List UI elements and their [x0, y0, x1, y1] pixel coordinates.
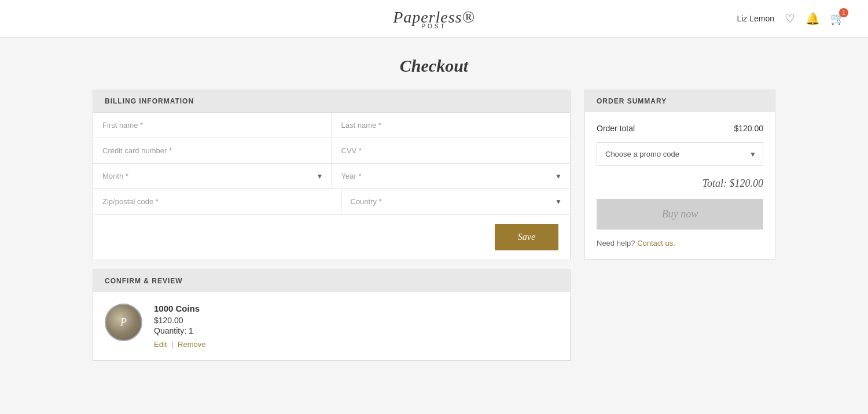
zip-input[interactable]: [93, 189, 341, 214]
month-select[interactable]: Month * 01 - January 02 - February 03 - …: [93, 164, 332, 188]
remove-link[interactable]: Remove: [178, 340, 205, 349]
save-row: Save: [93, 214, 570, 260]
order-total-final: Total: $120.00: [597, 178, 763, 190]
product-quantity: Quantity: 1: [154, 326, 558, 335]
header: Paperless® POST Liz Lemon ♡ 🔔 🛒 1: [0, 0, 868, 38]
review-header: CONFIRM & REVIEW: [93, 270, 570, 292]
cvv-input[interactable]: [332, 138, 571, 163]
name-row: [93, 112, 570, 138]
product-image: P: [105, 304, 142, 341]
billing-header: BILLING INFORMATION: [93, 90, 570, 112]
left-column: BILLING INFORMATION Month * 01 - January…: [93, 90, 571, 361]
page-title: Checkout: [0, 38, 868, 90]
main-content: BILLING INFORMATION Month * 01 - January…: [69, 90, 799, 384]
right-column: ORDER SUMMARY Order total $120.00 Choose…: [584, 90, 775, 260]
last-name-input[interactable]: [332, 113, 571, 138]
order-summary-box: ORDER SUMMARY Order total $120.00 Choose…: [584, 90, 775, 260]
order-total-row: Order total $120.00: [597, 124, 763, 133]
action-separator: |: [171, 340, 175, 349]
promo-select[interactable]: Choose a promo code: [597, 142, 763, 166]
cart-icon[interactable]: 🛒 1: [830, 12, 845, 25]
buy-now-button[interactable]: Buy now: [597, 199, 763, 230]
billing-section: BILLING INFORMATION Month * 01 - January…: [93, 90, 571, 260]
product-actions: Edit | Remove: [154, 340, 558, 349]
logo-sub: POST: [139, 23, 729, 29]
year-select[interactable]: Year * 2024 2025 2026 2027 2028 2029: [332, 164, 571, 188]
order-summary-body: Order total $120.00 Choose a promo code …: [585, 112, 775, 259]
cart-badge: 1: [839, 8, 848, 17]
country-select[interactable]: Country * United States Canada United Ki…: [341, 189, 571, 214]
promo-select-wrapper: Choose a promo code ▼: [597, 142, 763, 166]
credit-card-input[interactable]: [93, 138, 332, 163]
need-help-text: Need help?: [597, 239, 635, 247]
product-name: 1000 Coins: [154, 304, 558, 313]
year-select-wrapper: Year * 2024 2025 2026 2027 2028 2029 ▼: [332, 164, 571, 188]
review-content: P 1000 Coins $120.00 Quantity: 1 Edit | …: [93, 292, 570, 360]
month-select-wrapper: Month * 01 - January 02 - February 03 - …: [93, 164, 332, 188]
order-total-value: $120.00: [734, 124, 763, 133]
product-logo: P: [120, 316, 127, 328]
order-total-label: Order total: [597, 124, 635, 133]
expiry-row: Month * 01 - January 02 - February 03 - …: [93, 163, 570, 188]
contact-us-link[interactable]: Contact us.: [637, 239, 675, 247]
order-summary-header: ORDER SUMMARY: [585, 90, 775, 112]
save-button[interactable]: Save: [495, 224, 558, 250]
location-row: Country * United States Canada United Ki…: [93, 188, 570, 214]
header-logo: Paperless® POST: [139, 8, 729, 29]
notification-icon[interactable]: 🔔: [806, 12, 820, 25]
need-help: Need help? Contact us.: [597, 239, 763, 247]
review-section: CONFIRM & REVIEW P 1000 Coins $120.00 Qu…: [93, 269, 571, 361]
first-name-input[interactable]: [93, 113, 332, 138]
product-price: $120.00: [154, 316, 558, 325]
country-select-wrapper: Country * United States Canada United Ki…: [341, 189, 571, 214]
heart-icon[interactable]: ♡: [785, 12, 795, 25]
card-row: [93, 138, 570, 163]
edit-link[interactable]: Edit: [154, 340, 167, 349]
product-details: 1000 Coins $120.00 Quantity: 1 Edit | Re…: [154, 304, 558, 349]
username-label: Liz Lemon: [737, 14, 774, 23]
header-right: Liz Lemon ♡ 🔔 🛒 1: [729, 12, 845, 25]
